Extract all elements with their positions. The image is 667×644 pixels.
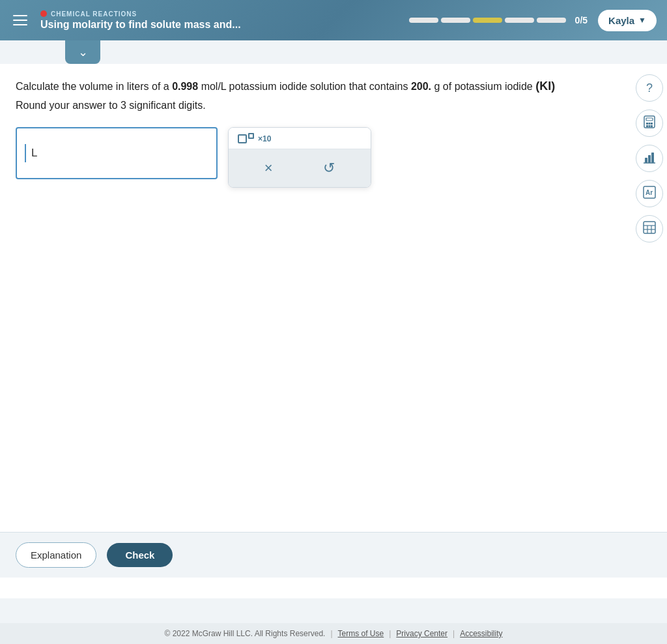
data-table-icon — [642, 220, 657, 238]
user-menu-button[interactable]: Kayla ▼ — [598, 10, 657, 31]
progress-seg-5 — [537, 18, 566, 23]
copyright-text: © 2022 McGraw Hill LLC. All Rights Reser… — [164, 629, 325, 638]
chevron-down-icon: ⌄ — [78, 45, 88, 59]
question-mid: potassium iodide solution that contains — [226, 81, 411, 92]
question-post: of potassium iodide — [440, 81, 532, 92]
svg-rect-9 — [648, 155, 651, 163]
progress-seg-4 — [505, 18, 534, 23]
progress-bar — [409, 18, 566, 23]
mass-value: 200. — [411, 81, 431, 92]
collapse-row: ⌄ — [0, 40, 667, 64]
periodic-icon: Ar — [642, 185, 657, 203]
answer-row: L ×10 × ↺ — [16, 127, 651, 188]
help-button[interactable]: ? — [636, 74, 663, 102]
accessibility-link[interactable]: Accessibility — [460, 629, 502, 638]
molarity-value: 0.998 — [172, 81, 198, 92]
round-instruction: Round your answer to 3 significant digit… — [16, 100, 651, 111]
answer-input-box[interactable]: L — [16, 127, 218, 179]
svg-rect-7 — [651, 125, 653, 127]
sci-label: ×10 — [258, 134, 271, 143]
terms-link[interactable]: Terms of Use — [338, 629, 384, 638]
header: CHEMICAL REACTIONS Using molarity to fin… — [0, 0, 667, 40]
svg-rect-10 — [651, 153, 654, 163]
progress-seg-2 — [441, 18, 470, 23]
answer-unit: L — [31, 147, 37, 160]
keypad-actions: × ↺ — [229, 149, 371, 187]
data-table-button[interactable] — [636, 215, 663, 242]
privacy-link[interactable]: Privacy Center — [396, 629, 447, 638]
hamburger-line — [13, 24, 27, 25]
hamburger-line — [13, 15, 27, 16]
help-icon: ? — [646, 81, 653, 95]
explanation-button[interactable]: Explanation — [16, 542, 96, 568]
header-title-block: CHEMICAL REACTIONS Using molarity to fin… — [40, 10, 399, 31]
svg-rect-6 — [649, 125, 651, 127]
separator-2: | — [389, 629, 391, 638]
svg-rect-3 — [649, 123, 651, 124]
clear-button[interactable]: × — [257, 157, 281, 179]
check-button[interactable]: Check — [107, 543, 173, 567]
chevron-down-icon: ▼ — [638, 16, 646, 25]
keypad-panel: ×10 × ↺ — [228, 127, 371, 188]
hamburger-line — [13, 20, 27, 21]
calculator-button[interactable] — [636, 110, 663, 137]
calculator-icon — [642, 115, 657, 132]
text-cursor — [25, 144, 26, 162]
question-pre: Calculate the volume in liters of a — [16, 81, 172, 92]
separator-1: | — [330, 629, 332, 638]
right-tools: ? — [632, 64, 667, 253]
box-small — [248, 133, 254, 139]
footer-action-bar: Explanation Check — [0, 532, 667, 578]
chart-icon — [642, 150, 657, 168]
main-content: Calculate the volume in liters of a 0.99… — [0, 64, 667, 598]
svg-rect-8 — [645, 158, 647, 163]
sci-notation-icon — [238, 134, 254, 143]
progress-score: 0/5 — [575, 15, 588, 25]
separator-3: | — [453, 629, 455, 638]
progress-section: 0/5 — [409, 15, 588, 25]
svg-rect-5 — [646, 125, 648, 127]
svg-rect-2 — [646, 123, 648, 124]
progress-seg-3 — [473, 18, 502, 23]
user-name: Kayla — [608, 15, 634, 26]
category-dot — [40, 10, 47, 17]
box-large — [238, 134, 247, 143]
menu-button[interactable] — [10, 12, 30, 28]
reset-icon: ↺ — [323, 160, 335, 176]
svg-text:Ar: Ar — [646, 189, 653, 196]
clear-icon: × — [264, 160, 273, 176]
header-category: CHEMICAL REACTIONS — [40, 10, 399, 18]
header-title: Using molarity to find solute mass and..… — [40, 19, 399, 31]
keypad-top: ×10 — [229, 128, 371, 149]
formula: (KI) — [535, 80, 555, 93]
svg-rect-4 — [651, 123, 653, 124]
periodic-table-button[interactable]: Ar — [636, 180, 663, 207]
reset-button[interactable]: ↺ — [315, 157, 343, 179]
svg-rect-1 — [646, 118, 653, 121]
footer-links: © 2022 McGraw Hill LLC. All Rights Reser… — [0, 623, 667, 644]
molarity-unit: mol/L — [201, 81, 227, 92]
svg-rect-14 — [644, 222, 655, 233]
chart-button[interactable] — [636, 145, 663, 172]
question-line1: Calculate the volume in liters of a 0.99… — [16, 77, 651, 96]
collapse-button[interactable]: ⌄ — [65, 40, 100, 64]
progress-seg-1 — [409, 18, 438, 23]
